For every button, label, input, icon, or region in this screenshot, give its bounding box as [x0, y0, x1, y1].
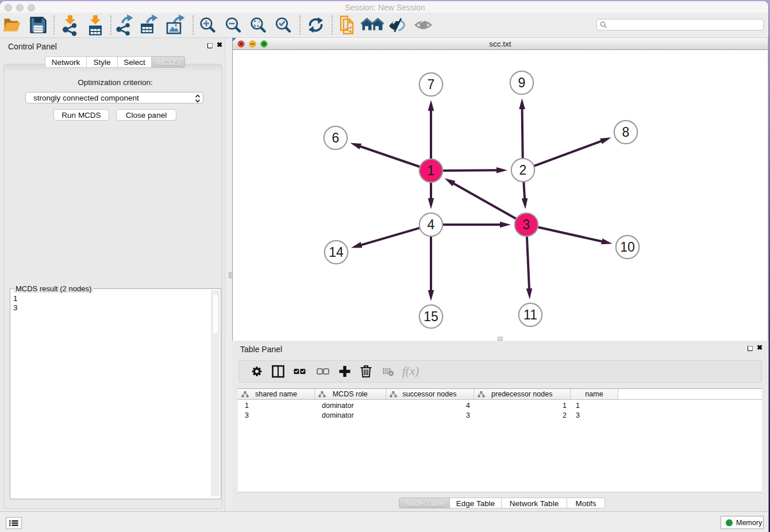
- svg-text:9: 9: [518, 75, 526, 90]
- svg-text:8: 8: [622, 125, 630, 140]
- svg-text:7: 7: [428, 77, 435, 92]
- svg-text:4: 4: [428, 217, 435, 232]
- svg-text:10: 10: [620, 240, 635, 255]
- svg-text:14: 14: [329, 245, 344, 260]
- svg-text:2: 2: [519, 163, 527, 178]
- svg-text:1: 1: [428, 163, 435, 178]
- svg-text:11: 11: [523, 307, 537, 322]
- svg-text:f(x): f(x): [402, 364, 419, 378]
- svg-text:3: 3: [523, 217, 530, 232]
- svg-text:6: 6: [332, 130, 340, 145]
- svg-text:15: 15: [424, 309, 438, 324]
